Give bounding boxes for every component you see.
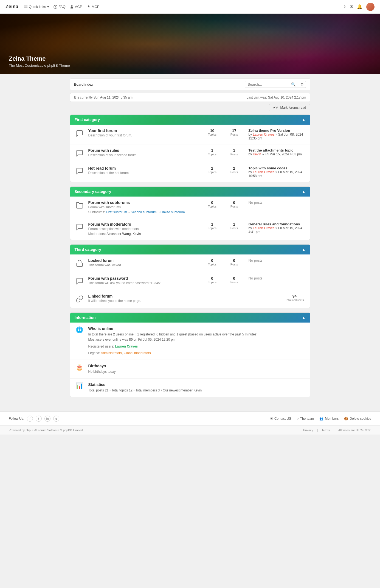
forum-last-post: Test the attachments topic by Kevin » Fr… [245,148,306,156]
search-input[interactable] [245,81,289,88]
forum-info: Forum with password This forum will ask … [88,276,201,285]
instagram-icon[interactable]: in [44,416,50,422]
forum-desc: Description of your first forum. [88,133,201,137]
navbar-links: Quick links ▾ ? FAQ ACP MCP [24,5,342,9]
faq-link[interactable]: ? FAQ [54,5,66,9]
last-post-title[interactable]: General rules and foundations [249,222,306,226]
theme-toggle-icon[interactable]: ☽ [342,4,346,9]
subforum-link-1[interactable]: First subforum [106,210,127,214]
posts-count: 0 [223,258,245,263]
category-first: First category ▲ Your first forum Descri… [70,114,310,182]
subforum-link-2[interactable]: Second subforum [131,210,157,214]
posts-label: Posts [223,226,245,230]
subforum-link-3[interactable]: Linked subforum [161,210,185,214]
category-secondary-chevron: ▲ [302,189,306,194]
notifications-icon[interactable]: 🔔 [357,4,362,9]
topics-count: 2 [201,166,223,170]
footer-links: ✉ Contact US ○ The team 👥 Members 🍪 Dele… [270,417,371,421]
footer-main: Follow Us: f t in g ✉ Contact US ○ The t… [0,411,380,425]
forum-topics-stats: 0 Topics [201,258,223,266]
forum-subforums: Subforums: First subforum ○ Second subfo… [88,210,201,214]
category-third-header[interactable]: Third category ▲ [70,245,310,254]
birthday-icon: 🎂 [75,364,85,371]
svg-rect-5 [77,263,82,267]
last-post-title[interactable]: Topic with some codes [249,166,306,170]
statistics-title: Statistics [88,382,306,387]
forum-info: Forum with subforums Forum with subforum… [88,200,201,214]
site-logo[interactable]: Zeina [5,4,18,10]
category-information-header[interactable]: Information ▲ [70,313,310,323]
forum-row: Forum with rules Description of your sec… [70,144,310,162]
forum-topics-stats: 0 Topics [201,200,223,208]
category-first-header[interactable]: First category ▲ [70,115,310,125]
privacy-link[interactable]: Privacy [303,429,313,432]
forum-row: Forum with subforums Forum with subforum… [70,197,310,218]
forum-row: Hot read forum Description of the hot fo… [70,162,310,182]
posts-label: Posts [223,133,245,136]
last-post-author[interactable]: Lauren Craves [253,170,275,174]
messages-icon[interactable]: ✉ [350,4,353,9]
forum-chat-icon [75,128,85,138]
legend-mod-link[interactable]: Global moderators [124,351,151,355]
statistics-row: 📊 Statistics Total posts 21 • Total topi… [70,379,310,397]
max-count: 80 [129,338,133,341]
search-settings-button[interactable]: ⚙ [298,81,306,88]
svg-rect-0 [24,5,27,6]
category-information: Information ▲ 🌐 Who is online In total t… [70,312,310,397]
forum-posts-stats: 2 Posts [223,166,245,174]
footer-bottom: Powered by phpBB® Forum Software © phpBB… [0,425,380,435]
quicklinks-menu[interactable]: Quick links ▾ [24,5,49,9]
forum-name[interactable]: Forum with moderators [88,222,201,226]
legend-admin-link[interactable]: Administrators [101,351,122,355]
last-post-title[interactable]: Zeina theme Pro Version [249,128,306,133]
last-post-author[interactable]: Lauren Craves [253,226,275,230]
terms-link[interactable]: Terms [322,429,330,432]
contact-icon: ✉ [270,417,273,421]
posts-count: 0 [223,276,245,281]
moderator-link-2[interactable]: Kevin [133,232,141,236]
forum-name[interactable]: Forum with password [88,276,201,281]
mcp-link[interactable]: MCP [87,5,100,9]
forum-redirects-stats: 94 Total redirects [284,294,306,302]
posts-count: 0 [223,200,245,205]
forum-name[interactable]: Locked forum [88,258,201,263]
moderator-link-1[interactable]: Alexander Wang [106,232,131,236]
contact-us-link[interactable]: ✉ Contact US [270,417,291,421]
members-link[interactable]: 👥 Members [319,417,339,421]
forum-name[interactable]: Forum with rules [88,148,201,153]
forum-name[interactable]: Your first forum [88,128,201,133]
topics-count: 0 [201,200,223,205]
user-avatar[interactable] [366,3,375,11]
forum-desc: This forum will ask you to enter passwor… [88,281,201,285]
footer-follow: Follow Us: f t in g [9,416,59,422]
delete-cookies-link[interactable]: 🍪 Delete cookies [344,417,371,421]
last-post-meta: by Lauren Craves » Fri Mar 15, 2024 10:5… [249,170,306,178]
forum-name[interactable]: Forum with subforums [88,200,201,205]
the-team-link[interactable]: ○ The team [297,417,314,421]
registered-user-link[interactable]: Lauren Craves [115,345,138,348]
mark-forums-read-button[interactable]: ✔✔ Mark forums read [269,104,310,111]
last-post-meta: by Kevin » Fri Mar 15, 2024 4:03 pm [249,152,306,156]
search-button[interactable]: 🔍 [289,81,298,88]
twitter-icon[interactable]: t [36,416,42,422]
last-post-author[interactable]: Lauren Craves [253,133,275,136]
forum-name[interactable]: Linked forum [88,294,284,298]
facebook-icon[interactable]: f [27,416,33,422]
forum-posts-stats: 1 Posts [223,148,245,156]
breadcrumb[interactable]: Board index [74,82,93,86]
follow-us-label: Follow Us: [9,417,24,421]
current-time: It is currently Sun Aug 11, 2024 5:35 am [74,96,133,99]
last-post-title[interactable]: Test the attachments topic [249,148,306,152]
posts-label: Posts [223,263,245,266]
forum-topics-stats: 1 Topics [201,222,223,230]
forum-name[interactable]: Hot read forum [88,166,201,170]
posts-label: Posts [223,205,245,208]
google-icon[interactable]: g [53,416,59,422]
category-secondary-header[interactable]: Secondary category ▲ [70,187,310,197]
forum-info: Linked forum It will redirect you to the… [88,294,284,303]
statistics-text: Total posts 21 • Total topics 12 • Total… [88,388,306,393]
forum-desc: Forum with subforums. [88,205,201,209]
acp-link[interactable]: ACP [70,5,82,9]
registered-users: Registered users: Lauren Craves [88,344,306,349]
last-post-author[interactable]: Kevin [253,152,261,156]
